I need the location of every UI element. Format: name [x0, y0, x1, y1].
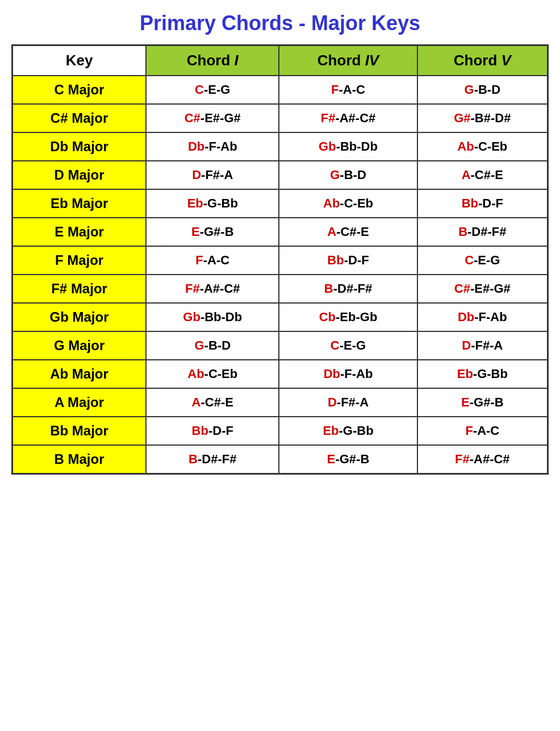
chord1-cell: F#-A#-C# — [146, 275, 279, 303]
chord4-cell: B-D#-F# — [279, 275, 417, 303]
chord5-cell: Db-F-Ab — [417, 303, 548, 331]
chord5-cell: D-F#-A — [417, 331, 548, 360]
chord5-cell: Eb-G-Bb — [417, 360, 548, 388]
chord4-cell: Eb-G-Bb — [279, 417, 417, 445]
chord1-cell: Db-F-Ab — [146, 132, 279, 161]
chord4-cell: Ab-C-Eb — [279, 189, 417, 218]
key-cell: Db Major — [12, 132, 147, 161]
chord1-cell: Ab-C-Eb — [146, 360, 279, 388]
chord1-cell: Eb-G-Bb — [146, 189, 279, 218]
chord5-cell: F-A-C — [417, 417, 548, 445]
header-chord4: Chord IV — [279, 45, 417, 76]
key-cell: Gb Major — [12, 303, 147, 331]
chord5-cell: E-G#-B — [417, 388, 548, 417]
chord1-cell: A-C#-E — [146, 388, 279, 417]
chord1-cell: Bb-D-F — [146, 417, 279, 445]
chord5-cell: G#-B#-D# — [417, 104, 548, 132]
chord4-cell: C-E-G — [279, 331, 417, 360]
chord1-cell: C-E-G — [146, 76, 279, 104]
key-cell: C Major — [12, 76, 147, 104]
chord4-cell: Bb-D-F — [279, 246, 417, 275]
chord4-cell: Db-F-Ab — [279, 360, 417, 388]
chord1-cell: F-A-C — [146, 246, 279, 275]
page-title: Primary Chords - Major Keys — [11, 11, 549, 35]
chord4-cell: G-B-D — [279, 161, 417, 189]
key-cell: Bb Major — [12, 417, 147, 445]
chord4-cell: F-A-C — [279, 76, 417, 104]
header-chord1: Chord I — [146, 45, 279, 76]
key-cell: C# Major — [12, 104, 147, 132]
chord4-cell: A-C#-E — [279, 218, 417, 246]
chord5-cell: A-C#-E — [417, 161, 548, 189]
chord1-cell: C#-E#-G# — [146, 104, 279, 132]
chord5-cell: C-E-G — [417, 246, 548, 275]
header-chord5: Chord V — [417, 45, 548, 76]
key-cell: B Major — [12, 445, 147, 474]
page-container: Primary Chords - Major Keys Key Chord I … — [11, 11, 549, 475]
chord4-cell: F#-A#-C# — [279, 104, 417, 132]
chord5-cell: B-D#-F# — [417, 218, 548, 246]
chord5-cell: G-B-D — [417, 76, 548, 104]
chord5-cell: Bb-D-F — [417, 189, 548, 218]
key-cell: G Major — [12, 331, 147, 360]
key-cell: D Major — [12, 161, 147, 189]
key-cell: Ab Major — [12, 360, 147, 388]
chord-table: Key Chord I Chord IV Chord V C MajorC-E-… — [11, 44, 549, 475]
key-cell: F Major — [12, 246, 147, 275]
chord4-cell: E-G#-B — [279, 445, 417, 474]
chord1-cell: Gb-Bb-Db — [146, 303, 279, 331]
chord1-cell: B-D#-F# — [146, 445, 279, 474]
key-cell: F# Major — [12, 275, 147, 303]
key-cell: Eb Major — [12, 189, 147, 218]
chord1-cell: D-F#-A — [146, 161, 279, 189]
chord1-cell: E-G#-B — [146, 218, 279, 246]
chord4-cell: D-F#-A — [279, 388, 417, 417]
chord5-cell: C#-E#-G# — [417, 275, 548, 303]
header-key: Key — [12, 45, 147, 76]
chord1-cell: G-B-D — [146, 331, 279, 360]
chord4-cell: Gb-Bb-Db — [279, 132, 417, 161]
chord5-cell: Ab-C-Eb — [417, 132, 548, 161]
key-cell: E Major — [12, 218, 147, 246]
chord5-cell: F#-A#-C# — [417, 445, 548, 474]
key-cell: A Major — [12, 388, 147, 417]
chord4-cell: Cb-Eb-Gb — [279, 303, 417, 331]
